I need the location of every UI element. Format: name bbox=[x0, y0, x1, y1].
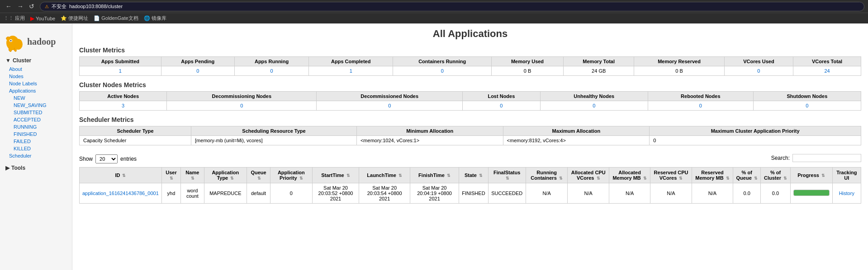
col-unhealthy-nodes[interactable]: Unhealthy Nodes bbox=[540, 92, 648, 101]
th-running-containers[interactable]: Running Containers ⇅ bbox=[526, 168, 567, 183]
th-alloc-cpu[interactable]: Allocated CPU VCores ⇅ bbox=[568, 168, 609, 183]
col-containers-running[interactable]: Containers Running bbox=[393, 57, 492, 66]
goldengate-bookmark[interactable]: 📄 GoldenGate文档 bbox=[94, 15, 138, 22]
cluster-nodes-row: 3 0 0 0 0 0 0 bbox=[80, 101, 861, 111]
hadoop-elephant-logo bbox=[5, 32, 27, 52]
td-reserved-cpu: N/A bbox=[650, 183, 692, 204]
reload-button[interactable]: ↺ bbox=[27, 2, 36, 11]
th-alloc-mem[interactable]: Allocated Memory MB ⇅ bbox=[609, 168, 650, 183]
sort-launchtime: ⇅ bbox=[398, 173, 402, 178]
sidebar-submitted-link[interactable]: SUBMITTED bbox=[0, 109, 72, 116]
col-decommissioning-nodes[interactable]: Decommissioning Nodes bbox=[167, 92, 317, 101]
th-launchtime[interactable]: LaunchTime ⇅ bbox=[359, 168, 410, 183]
col-memory-used[interactable]: Memory Used bbox=[492, 57, 564, 66]
col-scheduling-resource: Scheduling Resource Type bbox=[191, 126, 357, 136]
sidebar-accepted-link[interactable]: ACCEPTED bbox=[0, 116, 72, 123]
sidebar-nodes-link[interactable]: Nodes bbox=[0, 73, 72, 80]
sidebar-nodelabels-link[interactable]: Node Labels bbox=[0, 80, 72, 87]
col-scheduler-type: Scheduler Type bbox=[80, 126, 191, 136]
apps-bookmark[interactable]: ⋮⋮ 应用 bbox=[4, 15, 25, 22]
scheduler-metrics-title: Scheduler Metrics bbox=[79, 116, 861, 123]
sort-state: ⇅ bbox=[479, 173, 483, 178]
cluster-metrics-table: Apps Submitted Apps Pending Apps Running… bbox=[79, 56, 861, 76]
youtube-bookmark[interactable]: ▶ YouTube bbox=[30, 15, 55, 22]
td-pct-queue: 0.0 bbox=[733, 183, 760, 204]
search-bar: Search: bbox=[771, 154, 861, 162]
th-finishtime[interactable]: FinishTime ⇅ bbox=[410, 168, 459, 183]
col-shutdown-nodes[interactable]: Shutdown Nodes bbox=[753, 92, 861, 101]
col-apps-running[interactable]: Apps Running bbox=[234, 57, 308, 66]
th-pct-cluster[interactable]: % of Cluster ⇅ bbox=[761, 168, 790, 183]
youtube-icon: ▶ bbox=[30, 15, 34, 22]
th-id[interactable]: ID ⇅ bbox=[80, 168, 162, 183]
col-vcores-used[interactable]: VCores Used bbox=[724, 57, 793, 66]
forward-button[interactable]: → bbox=[15, 2, 25, 11]
th-progress[interactable]: Progress ⇅ bbox=[790, 168, 832, 183]
col-memory-reserved[interactable]: Memory Reserved bbox=[634, 57, 724, 66]
sort-name: ⇅ bbox=[191, 176, 194, 181]
decommissioning-val: 0 bbox=[167, 101, 317, 111]
app-id-link[interactable]: application_1616241436786_0001 bbox=[82, 191, 159, 196]
sort-progress: ⇅ bbox=[821, 173, 825, 178]
bookmark-icon-1: ⭐ bbox=[61, 15, 67, 21]
th-starttime[interactable]: StartTime ⇅ bbox=[312, 168, 359, 183]
th-user[interactable]: User ⇅ bbox=[161, 168, 180, 183]
th-reserved-cpu[interactable]: Reserved CPU VCores ⇅ bbox=[650, 168, 692, 183]
th-app-type[interactable]: Application Type ⇅ bbox=[204, 168, 247, 183]
sidebar-applications-link[interactable]: Applications bbox=[0, 87, 72, 94]
sidebar-about-link[interactable]: About bbox=[0, 65, 72, 73]
col-apps-submitted[interactable]: Apps Submitted bbox=[80, 57, 161, 66]
th-state[interactable]: State ⇅ bbox=[459, 168, 488, 183]
th-queue[interactable]: Queue ⇅ bbox=[247, 168, 270, 183]
sidebar-cluster-section: ▼ Cluster About Nodes Node Labels Applic… bbox=[0, 56, 72, 159]
apps-pending-val: 0 bbox=[161, 66, 234, 76]
min-allocation-val: <memory:1024, vCores:1> bbox=[356, 136, 503, 145]
scheduler-table: Scheduler Type Scheduling Resource Type … bbox=[79, 126, 861, 145]
search-input[interactable] bbox=[792, 154, 861, 162]
sidebar-running-link[interactable]: RUNNING bbox=[0, 123, 72, 130]
sort-pct-queue: ⇅ bbox=[754, 176, 758, 181]
th-tracking[interactable]: Tracking UI bbox=[832, 168, 861, 183]
col-apps-pending[interactable]: Apps Pending bbox=[161, 57, 234, 66]
lost-nodes-val: 0 bbox=[463, 101, 541, 111]
entries-select[interactable]: 10 20 50 100 bbox=[95, 154, 118, 163]
scheduler-metrics-section: Scheduler Metrics Scheduler Type Schedul… bbox=[79, 116, 861, 145]
history-link[interactable]: History bbox=[839, 191, 854, 196]
col-apps-completed[interactable]: Apps Completed bbox=[309, 57, 393, 66]
th-priority[interactable]: Application Priority ⇅ bbox=[270, 168, 313, 183]
col-rebooted-nodes[interactable]: Rebooted Nodes bbox=[648, 92, 753, 101]
col-decommissioned-nodes[interactable]: Decommissioned Nodes bbox=[317, 92, 463, 101]
th-name[interactable]: Name ⇅ bbox=[181, 168, 204, 183]
sidebar-killed-link[interactable]: KILLED bbox=[0, 145, 72, 152]
bianjiewangzhi-bookmark[interactable]: ⭐ 便捷网址 bbox=[61, 15, 88, 22]
bianjiewangzhi-label: 便捷网址 bbox=[68, 15, 88, 22]
expand-icon: ▶ bbox=[5, 165, 9, 171]
sidebar-scheduler-link[interactable]: Scheduler bbox=[0, 152, 72, 159]
max-allocation-val: <memory:8192, vCores:4> bbox=[503, 136, 650, 145]
mirror-bookmark[interactable]: 🌐 镜像库 bbox=[144, 15, 166, 22]
sidebar-failed-link[interactable]: FAILED bbox=[0, 138, 72, 145]
sort-user: ⇅ bbox=[170, 176, 173, 181]
address-bar[interactable]: ⚠ 不安全 hadoop103:8088/cluster bbox=[40, 2, 864, 11]
col-lost-nodes[interactable]: Lost Nodes bbox=[463, 92, 541, 101]
globe-icon: 🌐 bbox=[144, 15, 150, 21]
th-finalstatus[interactable]: FinalStatus ⇅ bbox=[488, 168, 526, 183]
tools-section-header[interactable]: ▶ Tools bbox=[0, 163, 72, 173]
sort-starttime: ⇅ bbox=[346, 173, 350, 178]
entries-label: entries bbox=[120, 156, 137, 162]
col-vcores-total[interactable]: VCores Total bbox=[793, 57, 861, 66]
memory-total-val: 24 GB bbox=[564, 66, 634, 76]
sidebar-new-link[interactable]: NEW bbox=[0, 94, 72, 102]
decommissioned-val: 0 bbox=[317, 101, 463, 111]
td-tracking: History bbox=[832, 183, 861, 204]
cluster-section-header[interactable]: ▼ Cluster bbox=[0, 56, 72, 65]
sidebar-finished-link[interactable]: FINISHED bbox=[0, 130, 72, 138]
th-pct-queue[interactable]: % of Queue ⇅ bbox=[733, 168, 760, 183]
sidebar-newsaving-link[interactable]: NEW_SAVING bbox=[0, 102, 72, 109]
goldengate-label: GoldenGate文档 bbox=[101, 15, 138, 22]
col-active-nodes[interactable]: Active Nodes bbox=[80, 92, 167, 101]
sort-app-type: ⇅ bbox=[230, 176, 234, 181]
back-button[interactable]: ← bbox=[4, 2, 14, 11]
col-memory-total[interactable]: Memory Total bbox=[564, 57, 634, 66]
th-reserved-mem[interactable]: Reserved Memory MB ⇅ bbox=[692, 168, 733, 183]
